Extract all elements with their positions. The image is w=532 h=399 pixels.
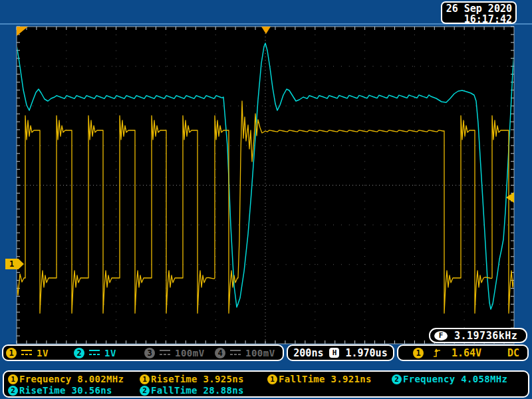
channel-badge: 2 xyxy=(140,386,150,396)
channel-4-badge: 4 xyxy=(215,348,225,358)
channel-4-indicator[interactable]: 4 100mV xyxy=(215,348,275,358)
measurement-item: 2 FallTime 28.88ns xyxy=(140,385,244,396)
channel-badge: 2 xyxy=(392,374,402,384)
frequency-counter-value: 3.19736kHz xyxy=(454,330,517,342)
measurements-panel: 1 Frequency 8.002MHz 1 RiseTime 3.925ns … xyxy=(3,370,529,398)
channel-3-badge: 3 xyxy=(144,348,155,358)
measurement-text: FallTime 3.921ns xyxy=(279,374,372,384)
measurement-text: RiseTime 30.56ns xyxy=(19,385,112,396)
measurement-item: 1 RiseTime 3.925ns xyxy=(140,374,244,384)
measurement-text: Frequency 4.058MHz xyxy=(403,374,507,384)
channel-badge: 1 xyxy=(8,374,18,384)
measurement-text: RiseTime 3.925ns xyxy=(151,374,244,384)
date-text: 26 Sep 2020 xyxy=(442,3,512,14)
ch1-ground-label: 1 xyxy=(9,259,14,269)
frequency-counter-badge: F 3.19736kHz xyxy=(429,328,527,343)
channel-1-badge: 1 xyxy=(6,348,17,358)
trigger-indicator[interactable]: 1 1.64V DC xyxy=(397,344,529,361)
trigger-source-badge: 1 xyxy=(413,348,424,358)
channel-badge: 1 xyxy=(140,374,150,384)
measurement-text: Frequency 8.002MHz xyxy=(19,374,124,384)
dc-coupling-icon xyxy=(160,350,170,356)
f-icon: F xyxy=(434,331,448,340)
channel-badge: 2 xyxy=(8,386,18,396)
measurement-text: FallTime 28.88ns xyxy=(151,385,244,396)
time-text: 16:17:42 xyxy=(442,14,512,25)
channel-2-scale: 1V xyxy=(104,348,116,358)
timebase-position: 1.970us xyxy=(345,347,387,359)
channel-1-scale: 1V xyxy=(37,348,49,358)
measurement-item: 1 Frequency 8.002MHz xyxy=(8,374,124,384)
channel-1-indicator[interactable]: 1 1V xyxy=(6,348,49,358)
channel-4-scale: 100mV xyxy=(245,348,275,358)
horizontal-icon: H xyxy=(329,348,339,358)
channel-3-indicator[interactable]: 3 100mV xyxy=(144,348,205,358)
dc-coupling-icon xyxy=(21,350,32,356)
waveform-display xyxy=(0,0,532,369)
trigger-coupling: DC xyxy=(507,347,519,359)
measurement-item: 1 FallTime 3.921ns xyxy=(267,374,372,384)
dc-coupling-icon xyxy=(230,350,241,356)
channel-2-indicator[interactable]: 2 1V xyxy=(74,348,116,358)
timebase-scale: 200ns xyxy=(293,347,323,359)
channel-badge: 1 xyxy=(267,374,277,384)
trigger-level-value: 1.64V xyxy=(452,347,481,359)
channel-status-bar: 1 1V 2 1V 3 100mV 4 100mV xyxy=(2,344,284,361)
measurement-item: 2 RiseTime 30.56ns xyxy=(8,385,112,396)
datetime-display: 26 Sep 2020 16:17:42 xyxy=(441,1,517,24)
oscilloscope-screen: GШINSTEK Stop 26 Sep 2020 16:17:42 1 F 3… xyxy=(0,0,532,399)
rising-edge-icon xyxy=(433,348,441,358)
measurement-item: 2 Frequency 4.058MHz xyxy=(392,374,507,384)
channel-2-badge: 2 xyxy=(74,348,84,358)
timebase-indicator[interactable]: 200ns H 1.970us xyxy=(287,344,394,361)
dc-coupling-icon xyxy=(89,350,100,356)
channel-3-scale: 100mV xyxy=(175,348,205,358)
